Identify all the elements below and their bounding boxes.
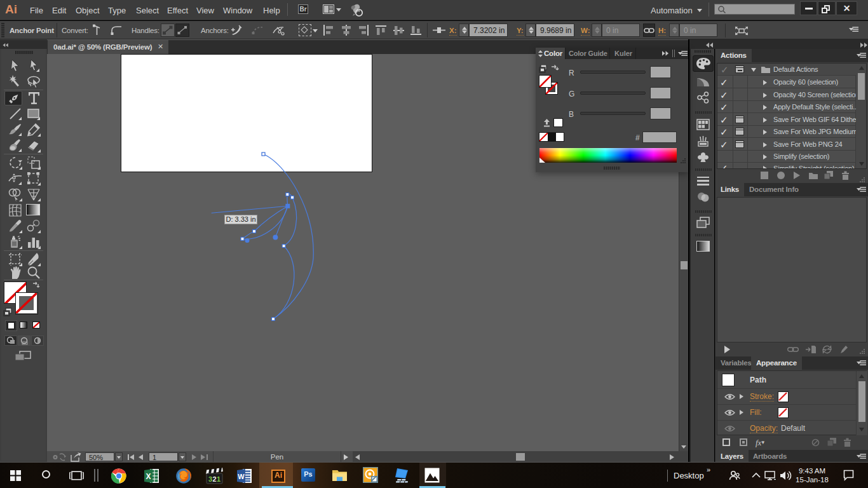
svg-text:X: X	[146, 472, 151, 481]
svg-text:3: 3	[208, 475, 212, 483]
svg-text:1: 1	[217, 475, 220, 483]
svg-text:2: 2	[212, 475, 216, 483]
svg-text:W: W	[238, 473, 245, 480]
